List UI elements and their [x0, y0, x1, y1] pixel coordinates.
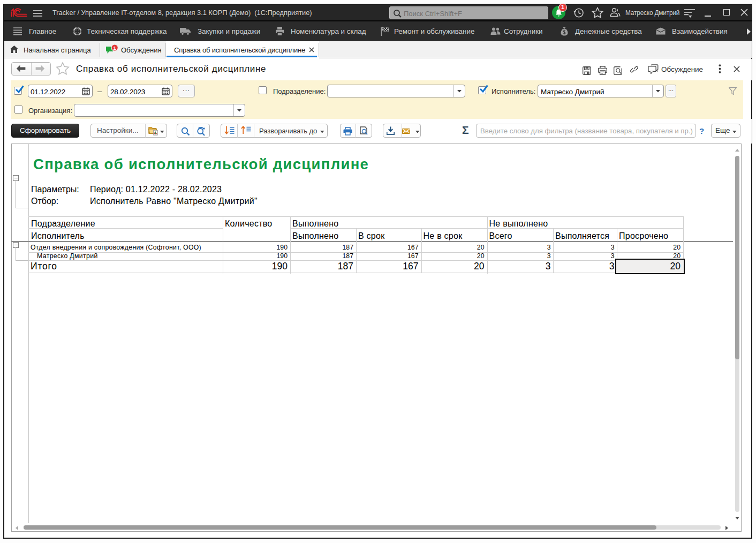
svg-text:1: 1 [114, 45, 117, 51]
